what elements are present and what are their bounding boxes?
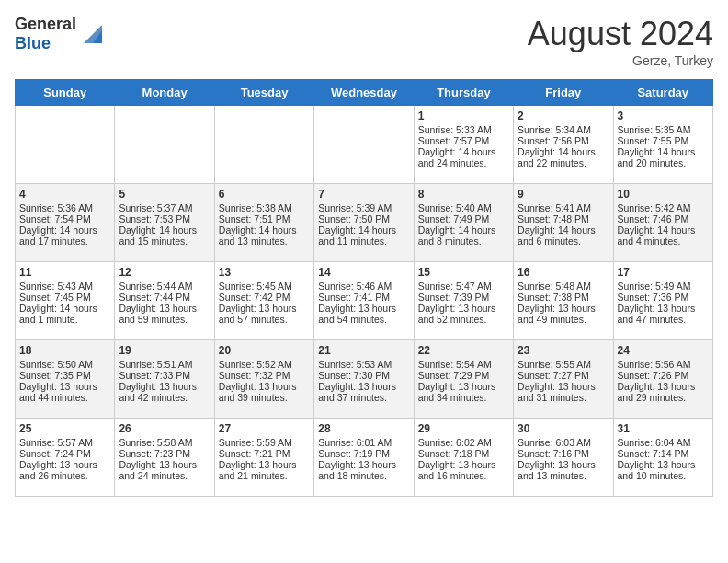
calendar-cell: 25Sunrise: 5:57 AMSunset: 7:24 PMDayligh… [16, 419, 115, 497]
cell-info: Sunset: 7:54 PM [19, 213, 110, 224]
cell-info: Sunrise: 5:42 AM [618, 202, 709, 213]
cell-info: Sunset: 7:35 PM [19, 370, 110, 381]
day-number: 20 [219, 344, 310, 357]
calendar-cell: 30Sunrise: 6:03 AMSunset: 7:16 PMDayligh… [514, 419, 613, 497]
calendar-week-row: 11Sunrise: 5:43 AMSunset: 7:45 PMDayligh… [16, 262, 713, 340]
cell-info: Sunset: 7:49 PM [418, 213, 509, 224]
cell-info: Sunset: 7:42 PM [219, 292, 310, 303]
page-header: General Blue August 2024 Gerze, Turkey [15, 15, 713, 68]
weekday-header: Saturday [613, 80, 712, 106]
cell-info: Sunset: 7:16 PM [518, 448, 609, 459]
cell-info: Sunrise: 5:51 AM [119, 359, 210, 370]
calendar-cell: 4Sunrise: 5:36 AMSunset: 7:54 PMDaylight… [16, 184, 115, 262]
cell-info: Daylight: 14 hours and 4 minutes. [618, 224, 709, 247]
cell-info: Daylight: 13 hours and 18 minutes. [318, 459, 409, 481]
cell-info: Sunset: 7:18 PM [418, 448, 509, 459]
cell-info: Sunrise: 5:58 AM [119, 437, 210, 448]
cell-info: Sunset: 7:51 PM [219, 213, 310, 224]
calendar-cell: 3Sunrise: 5:35 AMSunset: 7:55 PMDaylight… [613, 106, 712, 184]
calendar-cell: 28Sunrise: 6:01 AMSunset: 7:19 PMDayligh… [314, 419, 414, 497]
cell-info: Sunrise: 5:40 AM [418, 202, 509, 213]
day-number: 11 [19, 266, 110, 279]
calendar-cell: 16Sunrise: 5:48 AMSunset: 7:38 PMDayligh… [514, 262, 613, 340]
calendar-cell: 24Sunrise: 5:56 AMSunset: 7:26 PMDayligh… [613, 340, 712, 419]
calendar-cell: 23Sunrise: 5:55 AMSunset: 7:27 PMDayligh… [514, 340, 613, 419]
cell-info: Sunrise: 6:03 AM [518, 437, 609, 448]
calendar-cell: 7Sunrise: 5:39 AMSunset: 7:50 PMDaylight… [314, 184, 414, 262]
weekday-header: Friday [514, 80, 613, 106]
calendar-cell: 10Sunrise: 5:42 AMSunset: 7:46 PMDayligh… [613, 184, 712, 262]
day-number: 25 [19, 422, 110, 435]
cell-info: Daylight: 13 hours and 39 minutes. [219, 381, 310, 403]
cell-info: Sunrise: 5:37 AM [119, 202, 210, 213]
cell-info: Sunset: 7:53 PM [119, 213, 210, 224]
weekday-header: Monday [115, 80, 214, 106]
cell-info: Daylight: 14 hours and 11 minutes. [318, 224, 409, 247]
cell-info: Sunset: 7:46 PM [618, 213, 709, 224]
cell-info: Daylight: 14 hours and 17 minutes. [19, 224, 110, 247]
cell-info: Sunrise: 5:35 AM [618, 124, 709, 135]
day-number: 27 [219, 422, 310, 435]
cell-info: Sunrise: 6:01 AM [318, 437, 409, 448]
cell-info: Daylight: 13 hours and 31 minutes. [518, 381, 609, 403]
cell-info: Sunrise: 5:48 AM [518, 281, 609, 292]
cell-info: Daylight: 13 hours and 37 minutes. [318, 381, 409, 403]
day-number: 22 [418, 344, 509, 357]
cell-info: Sunset: 7:23 PM [119, 448, 210, 459]
cell-info: Sunset: 7:27 PM [518, 370, 609, 381]
calendar-cell: 31Sunrise: 6:04 AMSunset: 7:14 PMDayligh… [613, 419, 712, 497]
calendar-cell [214, 106, 313, 184]
cell-info: Sunrise: 5:49 AM [618, 281, 709, 292]
cell-info: Sunset: 7:55 PM [618, 135, 709, 146]
cell-info: Sunset: 7:33 PM [119, 370, 210, 381]
cell-info: Daylight: 13 hours and 13 minutes. [518, 459, 609, 481]
day-number: 30 [518, 422, 609, 435]
logo-icon [80, 21, 106, 47]
calendar-cell [115, 106, 214, 184]
calendar-cell: 11Sunrise: 5:43 AMSunset: 7:45 PMDayligh… [16, 262, 115, 340]
cell-info: Daylight: 14 hours and 24 minutes. [418, 146, 509, 168]
calendar-cell: 17Sunrise: 5:49 AMSunset: 7:36 PMDayligh… [613, 262, 712, 340]
weekday-header-row: SundayMondayTuesdayWednesdayThursdayFrid… [16, 80, 713, 106]
calendar-cell: 6Sunrise: 5:38 AMSunset: 7:51 PMDaylight… [214, 184, 313, 262]
cell-info: Sunrise: 5:56 AM [618, 359, 709, 370]
location-subtitle: Gerze, Turkey [528, 53, 713, 68]
calendar-cell: 9Sunrise: 5:41 AMSunset: 7:48 PMDaylight… [514, 184, 613, 262]
calendar-cell: 13Sunrise: 5:45 AMSunset: 7:42 PMDayligh… [214, 262, 313, 340]
cell-info: Daylight: 13 hours and 29 minutes. [618, 381, 709, 403]
cell-info: Daylight: 13 hours and 59 minutes. [119, 303, 210, 325]
cell-info: Sunrise: 5:50 AM [19, 359, 110, 370]
day-number: 23 [518, 344, 609, 357]
cell-info: Sunrise: 5:46 AM [318, 281, 409, 292]
weekday-header: Thursday [414, 80, 513, 106]
day-number: 4 [19, 188, 110, 201]
calendar-week-row: 1Sunrise: 5:33 AMSunset: 7:57 PMDaylight… [16, 106, 713, 184]
day-number: 3 [618, 109, 709, 122]
calendar-cell [16, 106, 115, 184]
cell-info: Sunset: 7:57 PM [418, 135, 509, 146]
day-number: 17 [618, 266, 709, 279]
cell-info: Sunrise: 5:41 AM [518, 202, 609, 213]
cell-info: Sunset: 7:36 PM [618, 292, 709, 303]
cell-info: Daylight: 14 hours and 22 minutes. [518, 146, 609, 168]
day-number: 9 [518, 188, 609, 201]
calendar-cell: 20Sunrise: 5:52 AMSunset: 7:32 PMDayligh… [214, 340, 313, 419]
cell-info: Sunrise: 6:04 AM [618, 437, 709, 448]
cell-info: Daylight: 13 hours and 49 minutes. [518, 303, 609, 325]
calendar-week-row: 18Sunrise: 5:50 AMSunset: 7:35 PMDayligh… [16, 340, 713, 419]
cell-info: Daylight: 13 hours and 10 minutes. [618, 459, 709, 481]
day-number: 19 [119, 344, 210, 357]
day-number: 31 [618, 422, 709, 435]
calendar-cell: 21Sunrise: 5:53 AMSunset: 7:30 PMDayligh… [314, 340, 414, 419]
calendar-cell: 27Sunrise: 5:59 AMSunset: 7:21 PMDayligh… [214, 419, 313, 497]
calendar-cell: 1Sunrise: 5:33 AMSunset: 7:57 PMDaylight… [414, 106, 513, 184]
calendar-cell: 29Sunrise: 6:02 AMSunset: 7:18 PMDayligh… [414, 419, 513, 497]
day-number: 26 [119, 422, 210, 435]
cell-info: Sunset: 7:29 PM [418, 370, 509, 381]
calendar-cell: 14Sunrise: 5:46 AMSunset: 7:41 PMDayligh… [314, 262, 414, 340]
cell-info: Sunset: 7:44 PM [119, 292, 210, 303]
cell-info: Sunrise: 5:45 AM [219, 281, 310, 292]
cell-info: Daylight: 14 hours and 15 minutes. [119, 224, 210, 247]
cell-info: Sunrise: 5:54 AM [418, 359, 509, 370]
weekday-header: Tuesday [214, 80, 313, 106]
